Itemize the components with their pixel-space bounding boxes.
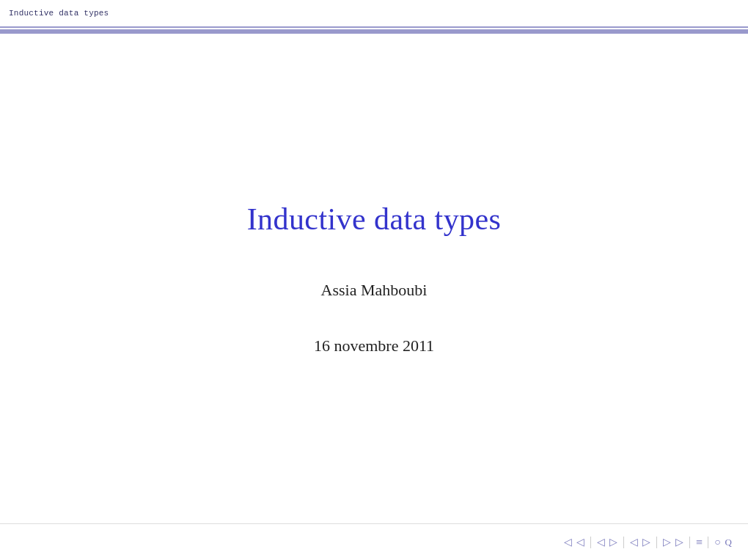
nav-separator-4	[689, 537, 690, 548]
prev-frame-button[interactable]: ◁	[575, 536, 586, 548]
nav-icons-group: ◁ ◁ ◁ ▷ ◁ ▷ ▷	[562, 536, 733, 549]
header-title: Inductive data types	[9, 9, 109, 18]
nav-separator-1	[590, 537, 591, 548]
nav-separator-2	[623, 537, 624, 548]
nav-separator-3	[656, 537, 657, 548]
next-page-button[interactable]: ▷	[641, 536, 652, 548]
nav-bar: ◁ ◁ ◁ ▷ ◁ ▷ ▷	[0, 523, 748, 560]
last-frame-button[interactable]: ▷	[661, 536, 672, 548]
slide-date: 16 novembre 2011	[314, 336, 434, 355]
header-bar: Inductive data types	[0, 0, 748, 28]
zoom-icon[interactable]: ○	[713, 537, 722, 548]
next-section-button[interactable]: ▷	[608, 536, 619, 548]
prev-page-button[interactable]: ◁	[628, 536, 639, 548]
prev-section-button[interactable]: ◁	[595, 536, 606, 548]
slide-content: Inductive data types Assia Mahboubi 16 n…	[0, 34, 748, 523]
nav-separator-5	[708, 537, 708, 548]
first-frame-button[interactable]: ◁	[562, 536, 573, 548]
menu-icon[interactable]: ≡	[694, 536, 703, 549]
search-icon[interactable]: Q	[724, 537, 733, 548]
last-frame-button2[interactable]: ▷	[674, 536, 685, 548]
slide-author: Assia Mahboubi	[321, 281, 428, 300]
slide-title: Inductive data types	[247, 202, 502, 237]
